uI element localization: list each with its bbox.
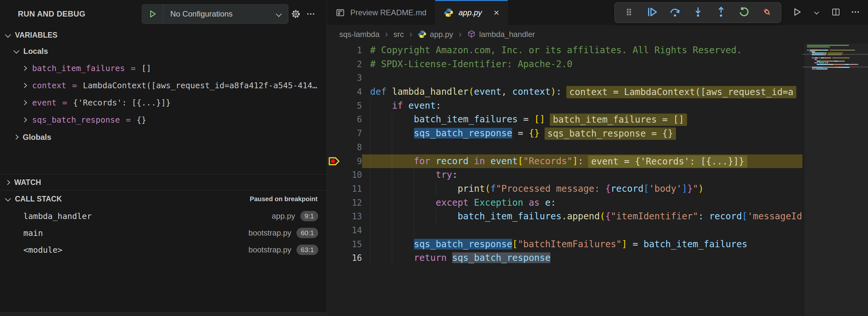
minimap-line	[807, 56, 868, 57]
code-line[interactable]: sqs_batch_response["batchItemFailures"] …	[362, 238, 803, 251]
code-line[interactable]: return sqs_batch_response	[362, 251, 803, 265]
step-into-button[interactable]	[689, 4, 707, 22]
code-line[interactable]: except Exception as e:	[362, 196, 803, 210]
disconnect-button[interactable]	[758, 4, 776, 22]
breakpoint-gutter[interactable]	[327, 127, 341, 140]
globals-tree-item[interactable]: Globals	[0, 128, 327, 146]
code-line[interactable]: if event:	[362, 99, 803, 113]
code-line[interactable]: try:	[362, 168, 803, 182]
code-line[interactable]: sqs_batch_response = {}sqs_batch_respons…	[362, 127, 803, 140]
line-number: 5	[341, 99, 362, 113]
debug-settings-button[interactable]	[288, 6, 303, 22]
gear-icon	[290, 8, 301, 20]
code-token: =	[512, 128, 529, 138]
code-token: :	[556, 86, 561, 97]
locals-tree-item[interactable]: Locals	[0, 42, 327, 60]
minimap-line	[807, 46, 868, 48]
breakpoint-gutter[interactable]	[327, 140, 341, 154]
code-token: (	[468, 86, 474, 97]
stack-frame-file: app.py	[272, 212, 295, 221]
breakpoint-gutter[interactable]	[327, 154, 341, 168]
code-token: "batchItemFailures"	[518, 239, 621, 250]
stack-frame-row[interactable]: mainbootstrap.py60:1	[0, 224, 327, 242]
indent-guide	[370, 238, 370, 251]
variable-row[interactable]: batch_item_failures=[]	[0, 60, 327, 77]
stack-frame-row[interactable]: <module>bootstrap.py63:1	[0, 242, 327, 258]
breakpoint-gutter[interactable]	[327, 238, 341, 251]
stack-frame-row[interactable]: lambda_handlerapp.py9:1	[0, 208, 327, 224]
variable-name: sqs_batch_response	[32, 115, 120, 125]
code-line[interactable]	[362, 224, 803, 238]
code-line[interactable]	[362, 140, 803, 154]
code-line[interactable]: batch_item_failures.append({"itemIdentif…	[362, 210, 803, 224]
code-line[interactable]: # SPDX-License-Identifier: Apache-2.0	[362, 57, 803, 71]
code-editor[interactable]: 1# Copyright Amazon.com, Inc. or its aff…	[327, 43, 803, 316]
breakpoint-gutter[interactable]	[327, 43, 341, 57]
close-icon[interactable]: ×	[494, 8, 499, 18]
variable-row[interactable]: sqs_batch_response={}	[0, 111, 327, 128]
breakpoint-gutter[interactable]	[327, 71, 341, 85]
breakpoint-gutter[interactable]	[327, 251, 341, 265]
code-token	[468, 197, 474, 208]
stack-frame-name: main	[23, 228, 43, 238]
code-token: .	[561, 211, 567, 222]
sidebar-more-actions-button[interactable]	[303, 6, 318, 22]
chevron-down-icon	[5, 196, 11, 201]
breakpoint-gutter[interactable]	[327, 224, 341, 238]
gripper-button[interactable]	[620, 4, 638, 22]
breadcrumb-item-app-py[interactable]: app.py	[418, 30, 453, 39]
more-button[interactable]	[848, 5, 863, 20]
breakpoint-gutter[interactable]	[327, 113, 341, 127]
chevron-down-button[interactable]	[809, 5, 824, 20]
breadcrumb-separator: ›	[409, 29, 413, 39]
variable-row[interactable]: context=LambdaContext([aws_request_id=a8…	[0, 77, 327, 94]
run-button[interactable]	[789, 5, 804, 20]
breakpoint-gutter[interactable]	[327, 168, 341, 182]
split-editor-button[interactable]	[829, 5, 843, 20]
breadcrumb-item-lambda-handler[interactable]: lambda_handler	[467, 30, 535, 39]
breakpoint-gutter[interactable]	[327, 196, 341, 210]
continue-button[interactable]	[643, 4, 661, 22]
minimap-line	[807, 51, 868, 52]
call-stack-section-header[interactable]: CALL STACK Paused on breakpoint	[0, 190, 327, 208]
tab-app-py[interactable]: app.py ×	[435, 0, 508, 25]
run-and-debug-sidebar: RUN AND DEBUG No Configurations VARIABLE…	[0, 0, 327, 316]
restart-button[interactable]	[735, 4, 753, 22]
minimap[interactable]	[803, 43, 868, 316]
code-token: lambda_handler	[392, 86, 468, 97]
breakpoint-gutter[interactable]	[327, 57, 341, 71]
code-token: # Copyright Amazon.com, Inc. or its affi…	[370, 45, 742, 56]
breakpoint-gutter[interactable]	[327, 210, 341, 224]
variables-section-header[interactable]: VARIABLES	[0, 28, 327, 42]
step-over-button[interactable]	[666, 4, 684, 22]
breakpoint-gutter[interactable]	[327, 99, 341, 113]
code-line[interactable]	[362, 71, 803, 85]
breakpoint-gutter[interactable]	[327, 182, 341, 196]
step-out-button[interactable]	[712, 4, 730, 22]
python-icon	[418, 30, 427, 39]
tab-preview-readme[interactable]: Preview README.md	[327, 0, 435, 25]
code-line[interactable]: # Copyright Amazon.com, Inc. or its affi…	[362, 43, 803, 57]
chevron-down-icon	[5, 31, 11, 37]
code-line-row: 7 sqs_batch_response = {}sqs_batch_respo…	[327, 127, 803, 140]
variable-value: LambdaContext([aws_request_id=a8fa412f-a…	[83, 81, 317, 90]
code-line[interactable]: for record in event["Records"]:event = {…	[362, 154, 803, 168]
watch-section-header[interactable]: WATCH	[0, 174, 327, 190]
variable-row[interactable]: event={'Records': [{...}]}	[0, 94, 327, 111]
code-token: except	[436, 197, 468, 208]
code-line[interactable]: print(f"Processed message: {record['body…	[362, 182, 803, 196]
minimap-line	[807, 57, 868, 58]
start-debug-button[interactable]	[142, 4, 163, 23]
code-token	[370, 100, 392, 111]
breadcrumb-item-sqs-lambda[interactable]: sqs-lambda	[339, 30, 379, 39]
launch-config-dropdown[interactable]: No Configurations	[142, 4, 288, 24]
code-line[interactable]: batch_item_failures = []batch_item_failu…	[362, 113, 803, 127]
breakpoint-gutter[interactable]	[327, 85, 341, 99]
breadcrumb-item-src[interactable]: src	[394, 30, 404, 39]
code-token: {	[605, 211, 611, 222]
code-line[interactable]: def lambda_handler(event, context):conte…	[362, 85, 803, 99]
code-token: for	[414, 156, 430, 166]
line-number: 16	[341, 251, 362, 265]
line-number: 10	[341, 168, 362, 182]
variables-list: batch_item_failures=[]context=LambdaCont…	[0, 60, 327, 128]
